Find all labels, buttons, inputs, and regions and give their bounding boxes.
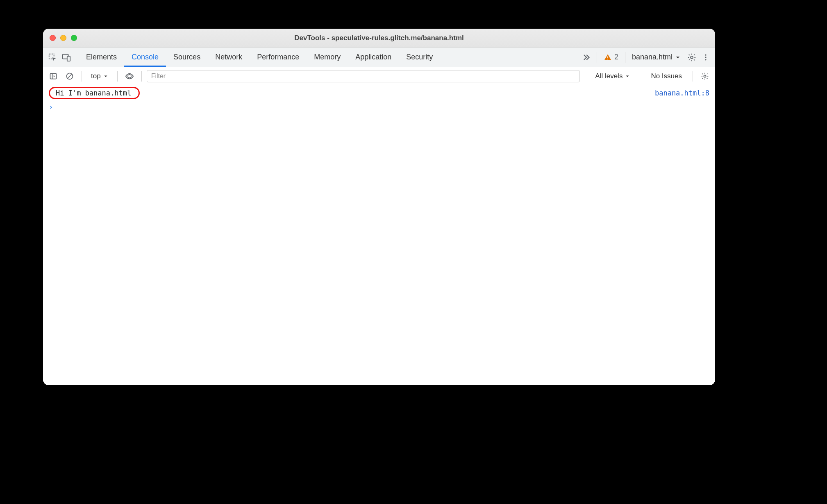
issues-indicator[interactable]: No Issues xyxy=(645,72,688,80)
console-output[interactable]: Hi I'm banana.html banana.html:8 › xyxy=(43,85,715,385)
more-tabs-button[interactable] xyxy=(582,53,591,62)
svg-point-6 xyxy=(705,54,706,55)
chevron-down-icon xyxy=(625,74,630,79)
divider xyxy=(141,71,142,82)
tab-label: Security xyxy=(406,53,433,61)
chevron-down-icon xyxy=(103,74,108,79)
toggle-sidebar-icon[interactable] xyxy=(46,69,60,83)
svg-point-14 xyxy=(704,75,706,77)
warning-count: 2 xyxy=(614,53,618,61)
tab-network[interactable]: Network xyxy=(208,48,250,67)
divider xyxy=(76,52,76,63)
svg-rect-2 xyxy=(67,56,70,61)
tab-security[interactable]: Security xyxy=(399,48,440,67)
tab-label: Elements xyxy=(86,53,117,61)
tab-sources[interactable]: Sources xyxy=(166,48,208,67)
svg-point-7 xyxy=(705,57,706,58)
window-title: DevTools - speculative-rules.glitch.me/b… xyxy=(43,34,715,42)
inspect-element-icon[interactable] xyxy=(45,50,59,64)
tab-label: Console xyxy=(132,53,159,61)
tab-performance[interactable]: Performance xyxy=(250,48,307,67)
window-close-button[interactable] xyxy=(50,35,56,41)
target-page-selector[interactable]: banana.html xyxy=(632,53,681,61)
context-label: top xyxy=(91,72,101,80)
warnings-indicator[interactable]: 2 xyxy=(604,53,618,61)
divider xyxy=(82,71,82,82)
divider xyxy=(693,71,693,82)
devtools-window: DevTools - speculative-rules.glitch.me/b… xyxy=(43,29,715,385)
device-toolbar-icon[interactable] xyxy=(59,50,73,64)
divider xyxy=(625,52,625,63)
kebab-menu-icon[interactable] xyxy=(699,50,713,64)
levels-label: All levels xyxy=(595,72,623,80)
svg-rect-9 xyxy=(50,73,57,79)
log-levels-selector[interactable]: All levels xyxy=(590,72,635,80)
tab-console[interactable]: Console xyxy=(124,48,166,67)
tab-label: Performance xyxy=(257,53,299,61)
settings-icon[interactable] xyxy=(685,50,699,64)
divider xyxy=(597,52,597,63)
svg-point-5 xyxy=(691,56,693,59)
console-log-row[interactable]: Hi I'm banana.html banana.html:8 xyxy=(43,85,715,101)
chevron-down-icon xyxy=(675,54,681,60)
traffic-lights xyxy=(50,35,77,41)
live-expression-icon[interactable] xyxy=(123,69,136,83)
panel-tabs: Elements Console Sources Network Perform… xyxy=(79,48,440,67)
tab-label: Network xyxy=(215,53,242,61)
divider xyxy=(640,71,640,82)
svg-line-12 xyxy=(68,74,72,78)
divider xyxy=(585,71,585,82)
clear-console-icon[interactable] xyxy=(63,69,77,83)
execution-context-selector[interactable]: top xyxy=(87,72,112,80)
tab-label: Sources xyxy=(173,53,200,61)
warning-icon xyxy=(604,53,612,61)
prompt-chevron-icon: › xyxy=(49,103,53,111)
titlebar: DevTools - speculative-rules.glitch.me/b… xyxy=(43,29,715,48)
console-prompt[interactable]: › xyxy=(43,101,715,113)
tab-memory[interactable]: Memory xyxy=(307,48,348,67)
console-settings-icon[interactable] xyxy=(698,69,712,83)
target-page-label: banana.html xyxy=(632,53,673,61)
svg-point-8 xyxy=(705,59,706,60)
tab-application[interactable]: Application xyxy=(348,48,399,67)
console-log-message: Hi I'm banana.html xyxy=(49,87,140,99)
tab-label: Memory xyxy=(314,53,341,61)
divider xyxy=(117,71,118,82)
console-log-source-link[interactable]: banana.html:8 xyxy=(655,89,709,97)
tab-elements[interactable]: Elements xyxy=(79,48,124,67)
svg-point-13 xyxy=(128,74,131,77)
window-zoom-button[interactable] xyxy=(71,35,77,41)
svg-rect-3 xyxy=(607,56,608,58)
panel-tabstrip: Elements Console Sources Network Perform… xyxy=(43,48,715,67)
window-minimize-button[interactable] xyxy=(60,35,66,41)
filter-input[interactable] xyxy=(147,70,580,82)
svg-rect-4 xyxy=(607,59,608,59)
tab-label: Application xyxy=(355,53,391,61)
console-toolbar: top All levels No Issues xyxy=(43,67,715,85)
issues-label: No Issues xyxy=(651,72,682,80)
